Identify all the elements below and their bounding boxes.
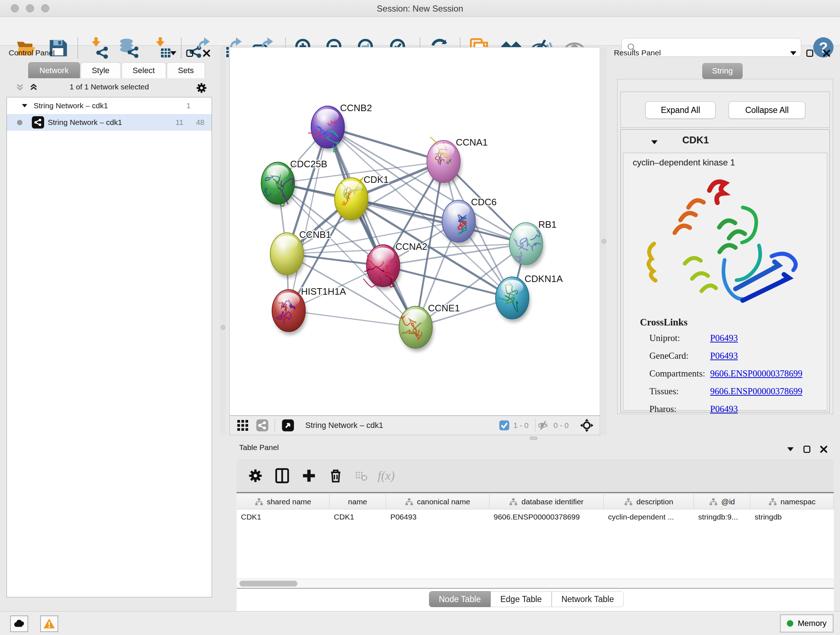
column-header-namespac[interactable]: namespac <box>750 494 834 509</box>
left-splitter[interactable] <box>220 47 226 435</box>
table-row[interactable]: CDK1CDK1P064939606.ENSP00000378699cyclin… <box>237 509 834 525</box>
network-node-rb1[interactable]: RB1 <box>509 219 557 268</box>
grid-view-icon[interactable] <box>236 419 249 432</box>
table-body: CDK1CDK1P064939606.ENSP00000378699cyclin… <box>237 509 834 525</box>
results-buttons-row: Expand All Collapse All <box>621 92 830 128</box>
node-label-ccnb1: CCNB1 <box>299 229 331 240</box>
network-edge[interactable] <box>289 310 416 327</box>
bottom-splitter-handle[interactable] <box>530 437 538 440</box>
panel-menu-icon[interactable] <box>785 445 796 454</box>
crosslink-row: Uniprot:P06493 <box>649 333 737 343</box>
table-type-tabs: Node TableEdge TableNetwork Table <box>429 591 624 607</box>
column-label: namespac <box>781 497 816 506</box>
column-type-icon <box>709 497 718 506</box>
network-edge[interactable] <box>289 127 328 310</box>
network-node-hist1h1a[interactable]: HIST1H1A <box>272 286 346 335</box>
warnings-button[interactable] <box>40 616 58 632</box>
column-header-name[interactable]: name <box>330 494 386 509</box>
network-row[interactable]: String Network – cdk1 11 48 <box>7 114 212 131</box>
float-panel-icon[interactable] <box>805 49 815 58</box>
table-cell[interactable]: stringdb:9... <box>694 509 750 525</box>
table-cell[interactable]: cyclin-dependent ... <box>604 509 694 525</box>
panel-menu-icon[interactable] <box>168 49 179 58</box>
network-node-ccnb2[interactable]: CCNB2 <box>309 103 372 152</box>
network-node-ccnb1[interactable]: CCNB1 <box>270 229 331 278</box>
column-header-description[interactable]: description <box>604 494 694 509</box>
tab-network-table[interactable]: Network Table <box>552 591 624 607</box>
tab-edge-table[interactable]: Edge Table <box>491 591 552 607</box>
table-cell[interactable]: stringdb <box>750 509 834 525</box>
node-label-ccnb2: CCNB2 <box>340 103 372 113</box>
table-horizontal-scrollbar[interactable] <box>237 578 834 588</box>
close-panel-icon[interactable] <box>201 49 212 58</box>
column-header-canonical-name[interactable]: canonical name <box>386 494 489 509</box>
protein-structure-image <box>634 173 817 314</box>
footer-separator <box>535 419 535 432</box>
close-panel-icon[interactable] <box>821 49 832 58</box>
network-edge[interactable] <box>328 127 416 327</box>
tab-node-table[interactable]: Node Table <box>429 591 491 607</box>
network-view-icon[interactable] <box>256 419 269 432</box>
table-cell[interactable]: P06493 <box>386 509 489 525</box>
table-panel: Table Panel f(x) shared namenamecanonica… <box>234 441 836 611</box>
crosslink-link[interactable]: 9606.ENSP00000378699 <box>710 369 802 378</box>
float-panel-icon[interactable] <box>185 49 195 58</box>
birdseye-view-icon[interactable] <box>281 419 294 432</box>
crosslink-link[interactable]: 9606.ENSP00000378699 <box>710 386 802 396</box>
collapse-gene-icon[interactable] <box>649 138 660 147</box>
column-header-database-identifier[interactable]: database identifier <box>489 494 604 509</box>
crosslink-link[interactable]: P06493 <box>710 404 737 414</box>
show-columns-icon[interactable] <box>274 468 290 484</box>
tab-sets[interactable]: Sets <box>167 62 205 78</box>
delete-column-icon[interactable] <box>328 468 344 484</box>
left-splitter-handle[interactable] <box>221 325 225 330</box>
table-cell[interactable]: 9606.ENSP00000378699 <box>489 509 604 525</box>
gene-description: cyclin–dependent kinase 1 <box>633 157 735 168</box>
tab-style[interactable]: Style <box>81 62 121 78</box>
network-node-ccna2[interactable]: CCNA2 <box>363 241 427 290</box>
crosslink-link[interactable]: P06493 <box>710 333 737 343</box>
network-node-ccna1[interactable]: CCNA1 <box>427 137 488 186</box>
network-canvas[interactable]: CCNB2CCNA1CDC25BCDK1CDC6RB1CCNB1CCNA2CDK… <box>230 48 600 415</box>
add-column-icon[interactable] <box>301 468 317 484</box>
network-row-label: String Network – cdk1 <box>48 118 122 127</box>
float-panel-icon[interactable] <box>802 445 813 454</box>
column-header-id[interactable]: @id <box>694 494 750 509</box>
cloud-status-button[interactable] <box>10 616 28 632</box>
column-type-icon <box>255 497 264 506</box>
table-cell[interactable]: CDK1 <box>237 509 330 525</box>
table-cell[interactable]: CDK1 <box>330 509 386 525</box>
tab-network[interactable]: Network <box>28 62 80 78</box>
crosslink-row: Compartments:9606.ENSP00000378699 <box>649 369 802 379</box>
fit-center-icon[interactable] <box>579 418 594 432</box>
tab-string[interactable]: String <box>702 63 743 79</box>
collapse-group-icon[interactable] <box>21 102 28 110</box>
table-options-gear-icon[interactable] <box>248 468 264 484</box>
network-node-cdkn1a[interactable]: CDKN1A <box>496 273 563 322</box>
column-header-shared-name[interactable]: shared name <box>237 494 330 509</box>
network-options-gear-icon[interactable] <box>195 82 208 94</box>
control-panel-title: Control Panel <box>9 49 55 57</box>
delete-table-icon <box>355 469 368 482</box>
right-splitter-handle[interactable] <box>602 239 606 244</box>
collapse-all-button[interactable]: Collapse All <box>729 101 805 119</box>
column-type-icon <box>405 497 414 506</box>
string-network-icon <box>32 116 44 128</box>
close-panel-icon[interactable] <box>818 445 829 454</box>
memory-button[interactable]: Memory <box>780 614 834 632</box>
node-label-ccna2: CCNA2 <box>395 241 427 252</box>
control-panel-tabs: NetworkStyleSelectSets <box>28 62 206 78</box>
expand-all-button[interactable]: Expand All <box>645 101 715 119</box>
network-group-row[interactable]: String Network – cdk1 1 <box>7 97 212 114</box>
footer-separator <box>275 419 275 432</box>
control-panel: Control Panel NetworkStyleSelectSets 1 o… <box>4 49 214 600</box>
network-group-count: 1 <box>186 101 191 110</box>
window-title: Session: New Session <box>0 4 840 14</box>
table-panel-title: Table Panel <box>239 443 279 452</box>
panel-menu-icon[interactable] <box>788 49 799 58</box>
selected-checkbox-icon[interactable] <box>499 420 510 431</box>
network-node-ccne1[interactable]: CCNE1 <box>399 302 460 352</box>
tab-select[interactable]: Select <box>122 62 166 78</box>
crosslink-link[interactable]: P06493 <box>710 351 737 361</box>
scrollbar-thumb[interactable] <box>240 581 297 586</box>
